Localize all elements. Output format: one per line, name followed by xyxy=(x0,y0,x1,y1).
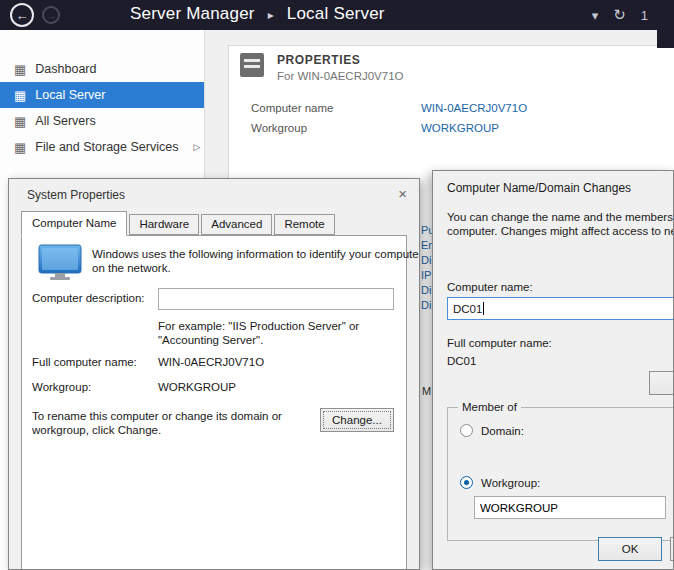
sidebar-nav-list: ▦ Dashboard ▦ Local Server ▦ All Servers… xyxy=(0,30,204,160)
clipped-value-fragment: M xyxy=(422,385,431,397)
example-text: "Accounting Server". xyxy=(158,334,263,346)
dashboard-icon: ▦ xyxy=(14,63,26,76)
back-arrow-icon: ← xyxy=(16,8,29,23)
file-storage-icon: ▦ xyxy=(14,141,26,154)
property-row: Workgroup WORKGROUP xyxy=(229,122,674,137)
topbar-actions: ▾ ↻ 1 xyxy=(592,6,648,24)
workgroup-radio-row: Workgroup: xyxy=(460,476,540,489)
member-of-legend: Member of xyxy=(458,401,521,413)
tab-remote[interactable]: Remote xyxy=(274,214,334,235)
member-of-group: Member of Domain: Workgroup: xyxy=(447,407,674,541)
breadcrumb-server-manager[interactable]: Server Manager xyxy=(130,4,255,23)
computer-name-label: Computer name xyxy=(251,102,333,114)
computer-name-link[interactable]: WIN-0AECRJ0V71O xyxy=(421,102,527,114)
computer-name-input-value: DC01 xyxy=(453,303,482,315)
sidebar-item-label: All Servers xyxy=(35,114,95,128)
clipped-value-fragment: IP xyxy=(421,269,431,281)
domain-radio-row: Domain: xyxy=(460,424,524,437)
computer-name-input[interactable]: DC01 xyxy=(447,297,674,320)
workgroup-label: Workgroup: xyxy=(32,381,91,393)
sidebar-item-local-server[interactable]: ▦ Local Server xyxy=(0,82,204,108)
forward-arrow-icon: → xyxy=(46,10,56,21)
tab-hardware[interactable]: Hardware xyxy=(129,214,199,235)
tab-computer-name[interactable]: Computer Name xyxy=(21,211,127,236)
computer-description-input[interactable] xyxy=(158,288,394,310)
workgroup-value: WORKGROUP xyxy=(158,381,236,393)
computer-description-label: Computer description: xyxy=(32,292,145,304)
breadcrumb: Server Manager ▸ Local Server xyxy=(130,4,385,24)
clipped-value-fragment: Di xyxy=(421,254,431,266)
menu-caret-icon[interactable]: ▾ xyxy=(592,8,599,23)
full-computer-name-label: Full computer name: xyxy=(447,337,552,349)
sidebar-item-label: File and Storage Services xyxy=(35,140,178,154)
workgroup-radio-label: Workgroup: xyxy=(481,477,540,489)
dialog-title: System Properties xyxy=(27,188,125,202)
computer-name-label: Computer name: xyxy=(447,281,533,293)
computer-name-tab-panel: Windows uses the following information t… xyxy=(21,235,407,570)
clipped-value-fragment: Di xyxy=(421,284,431,296)
property-row: Computer name WIN-0AECRJ0V71O xyxy=(229,102,674,117)
notification-count[interactable]: 1 xyxy=(641,8,648,23)
sidebar-item-dashboard[interactable]: ▦ Dashboard xyxy=(0,56,204,82)
workgroup-label: Workgroup xyxy=(251,122,307,134)
sidebar-item-label: Local Server xyxy=(35,88,105,102)
text-cursor xyxy=(483,302,484,315)
change-button[interactable]: Change... xyxy=(320,408,394,432)
local-server-icon: ▦ xyxy=(14,89,26,102)
cancel-button-clipped[interactable] xyxy=(670,537,674,561)
close-icon[interactable]: × xyxy=(398,185,407,202)
workgroup-radio[interactable] xyxy=(460,476,473,489)
topbar: ← → Server Manager ▸ Local Server ▾ ↻ 1 xyxy=(0,0,674,30)
properties-title: PROPERTIES xyxy=(277,53,360,67)
intro-text: on the network. xyxy=(92,262,171,274)
full-computer-name-label: Full computer name: xyxy=(32,356,137,368)
domain-radio-label: Domain: xyxy=(481,425,524,437)
rename-hint-text: To rename this computer or change its do… xyxy=(32,410,282,422)
dialog-tabs: Computer Name Hardware Advanced Remote xyxy=(21,211,337,235)
all-servers-icon: ▦ xyxy=(14,115,26,128)
tab-advanced[interactable]: Advanced xyxy=(201,214,272,235)
sidebar-item-all-servers[interactable]: ▦ All Servers xyxy=(0,108,204,134)
forward-button[interactable]: → xyxy=(42,6,60,24)
ok-button[interactable]: OK xyxy=(598,537,662,561)
server-tile-icon xyxy=(239,52,265,81)
dialog-title: Computer Name/Domain Changes xyxy=(447,181,631,195)
domain-changes-dialog: Computer Name/Domain Changes You can cha… xyxy=(432,170,674,570)
breadcrumb-separator-icon: ▸ xyxy=(268,8,274,22)
breadcrumb-local-server[interactable]: Local Server xyxy=(287,4,385,23)
intro-text: You can change the name and the membersh… xyxy=(447,211,674,223)
sidebar-item-file-storage-services[interactable]: ▦ File and Storage Services ▷ xyxy=(0,134,204,160)
computer-monitor-icon xyxy=(38,244,82,285)
workgroup-link[interactable]: WORKGROUP xyxy=(421,122,499,134)
sidebar-item-label: Dashboard xyxy=(35,62,96,76)
intro-text: computer. Changes might affect access to… xyxy=(447,225,674,237)
more-button[interactable] xyxy=(649,371,674,395)
refresh-icon[interactable]: ↻ xyxy=(613,6,626,24)
intro-text: Windows uses the following information t… xyxy=(92,248,420,260)
domain-radio[interactable] xyxy=(460,424,473,437)
full-computer-name-value: DC01 xyxy=(447,355,476,367)
server-manager-window: ← → Server Manager ▸ Local Server ▾ ↻ 1 … xyxy=(0,0,674,570)
properties-subtitle: For WIN-0AECRJ0V71O xyxy=(277,70,404,82)
system-properties-dialog: System Properties × Computer Name Hardwa… xyxy=(8,178,420,570)
workgroup-input[interactable] xyxy=(474,496,666,519)
example-text: For example: "IIS Production Server" or xyxy=(158,320,359,332)
window-edge-block xyxy=(657,30,674,48)
full-computer-name-value: WIN-0AECRJ0V71O xyxy=(158,356,264,368)
back-button[interactable]: ← xyxy=(10,3,34,27)
rename-hint-text: workgroup, click Change. xyxy=(32,424,161,436)
clipped-value-fragment: Di xyxy=(421,299,431,311)
chevron-right-icon[interactable]: ▷ xyxy=(193,142,200,152)
